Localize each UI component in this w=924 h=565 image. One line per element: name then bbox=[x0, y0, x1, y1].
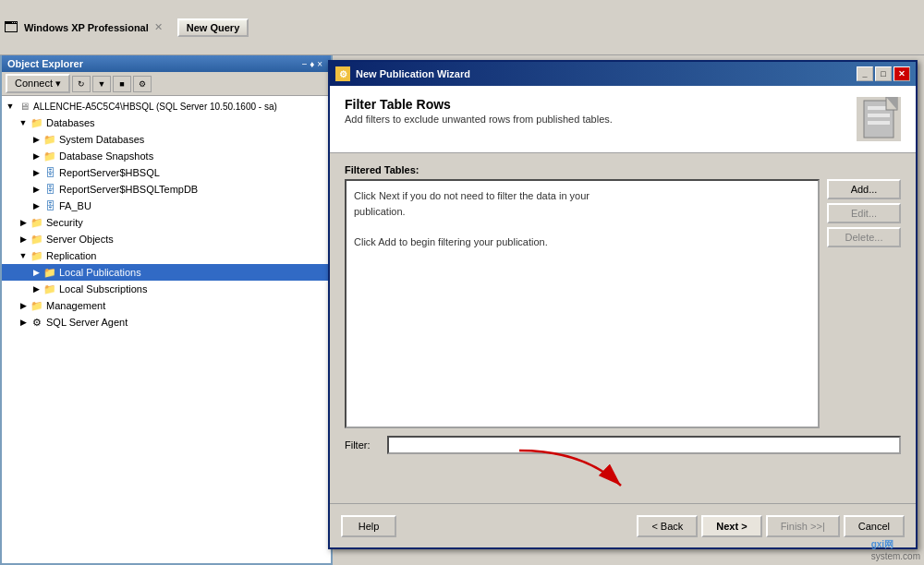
database-icon: 🗄 bbox=[43, 182, 57, 197]
object-explorer-title: Object Explorer bbox=[7, 58, 83, 69]
refresh-button[interactable]: ↻ bbox=[72, 76, 91, 92]
tree-security[interactable]: ▶ 📁 Security bbox=[2, 214, 331, 231]
svg-rect-3 bbox=[868, 121, 890, 125]
pin-button[interactable]: − ♦ × bbox=[299, 59, 325, 69]
local-publications-label: Local Publications bbox=[59, 267, 141, 278]
wizard-footer: Help < Back Next > Finish >>| Cancel bbox=[330, 503, 916, 547]
expander-icon: ▼ bbox=[4, 100, 17, 113]
wizard-step-icon bbox=[857, 97, 901, 141]
expander-icon: ▶ bbox=[30, 282, 43, 295]
stop-button[interactable]: ■ bbox=[113, 76, 131, 92]
expander-icon: ▶ bbox=[17, 316, 30, 329]
wizard-main-area: Click Next if you do not need to filter … bbox=[345, 179, 901, 428]
wizard-dialog: ⚙ New Publication Wizard _ □ ✕ Filter Ta… bbox=[328, 60, 918, 549]
add-button[interactable]: Add... bbox=[827, 179, 901, 199]
edit-button[interactable]: Edit... bbox=[827, 203, 901, 223]
expander-icon: ▼ bbox=[17, 249, 30, 262]
delete-button[interactable]: Delete... bbox=[827, 227, 901, 247]
filtered-tables-listbox[interactable]: Click Next if you do not need to filter … bbox=[345, 179, 820, 428]
wizard-body: Filtered Tables: Click Next if you do no… bbox=[330, 153, 916, 465]
tree-database-snapshots[interactable]: ▶ 📁 Database Snapshots bbox=[2, 148, 331, 164]
reportserver-tempdb-label: ReportServer$HBSQLTempDB bbox=[59, 184, 198, 195]
database-icon: 🗄 bbox=[43, 198, 57, 213]
connect-button[interactable]: Connect ▾ bbox=[6, 74, 70, 93]
folder-icon: 📁 bbox=[43, 149, 57, 163]
expander-icon: ▶ bbox=[30, 150, 43, 162]
tree-reportserver-tempdb[interactable]: ▶ 🗄 ReportServer$HBSQLTempDB bbox=[2, 181, 331, 198]
server-icon: 🖥 bbox=[17, 99, 31, 114]
arrow-indicator bbox=[510, 441, 639, 494]
wizard-title-buttons: _ □ ✕ bbox=[857, 66, 910, 81]
app-title: Windows XP Professional bbox=[24, 22, 149, 33]
security-label: Security bbox=[46, 217, 83, 228]
body-line1: Click Next if you do not need to filter … bbox=[354, 188, 810, 204]
filter-button[interactable]: ▼ bbox=[92, 76, 111, 92]
folder-icon: 📁 bbox=[30, 115, 44, 130]
server-objects-label: Server Objects bbox=[46, 234, 114, 245]
minimize-button[interactable]: _ bbox=[857, 66, 873, 81]
expander-icon: ▶ bbox=[17, 233, 30, 246]
wizard-title-label: New Publication Wizard bbox=[356, 68, 470, 79]
replication-label: Replication bbox=[46, 250, 96, 261]
folder-icon: 📁 bbox=[43, 265, 57, 280]
system-databases-label: System Databases bbox=[59, 134, 144, 145]
folder-icon: 📁 bbox=[30, 248, 44, 263]
titlebar-controls: − ♦ × bbox=[299, 59, 325, 69]
sql-server-agent-label: SQL Server Agent bbox=[46, 317, 128, 328]
object-explorer-panel: Object Explorer − ♦ × Connect ▾ ↻ ▼ ■ ⚙ … bbox=[0, 55, 333, 565]
expander-icon: ▶ bbox=[30, 166, 43, 179]
tree-local-publications[interactable]: ▶ 📁 Local Publications bbox=[2, 264, 331, 281]
tree-fa-bu[interactable]: ▶ 🗄 FA_BU bbox=[2, 198, 331, 214]
watermark-line2: system.com bbox=[871, 551, 920, 561]
expander-icon: ▶ bbox=[30, 133, 43, 146]
expander-icon: ▶ bbox=[17, 299, 30, 312]
cancel-button[interactable]: Cancel bbox=[844, 515, 905, 537]
next-button[interactable]: Next > bbox=[701, 515, 761, 537]
props-button[interactable]: ⚙ bbox=[133, 76, 152, 92]
tree-server-objects[interactable]: ▶ 📁 Server Objects bbox=[2, 231, 331, 247]
expander-icon: ▶ bbox=[30, 266, 43, 279]
folder-icon: 📁 bbox=[30, 298, 44, 313]
filtered-tables-label: Filtered Tables: bbox=[345, 164, 901, 175]
tree-management[interactable]: ▶ 📁 Management bbox=[2, 297, 331, 314]
server-label: ALLENCHE-A5C5C4\HBSQL (SQL Server 10.50.… bbox=[33, 102, 277, 112]
fa-bu-label: FA_BU bbox=[59, 200, 91, 211]
management-label: Management bbox=[46, 300, 105, 311]
wizard-titlebar: ⚙ New Publication Wizard _ □ ✕ bbox=[330, 62, 916, 86]
wizard-header: Filter Table Rows Add filters to exclude… bbox=[330, 86, 916, 153]
step-title: Filter Table Rows bbox=[345, 97, 613, 112]
tree-system-databases[interactable]: ▶ 📁 System Databases bbox=[2, 131, 331, 148]
database-snapshots-label: Database Snapshots bbox=[59, 150, 153, 162]
wizard-header-text: Filter Table Rows Add filters to exclude… bbox=[345, 97, 613, 125]
tree-databases[interactable]: ▼ 📁 Databases bbox=[2, 114, 331, 131]
tree-replication[interactable]: ▼ 📁 Replication bbox=[2, 247, 331, 264]
expander-icon: ▼ bbox=[17, 116, 30, 129]
folder-icon: 📁 bbox=[30, 232, 44, 246]
connect-label: Connect ▾ bbox=[15, 78, 61, 90]
tree-local-subscriptions[interactable]: ▶ 📁 Local Subscriptions bbox=[2, 281, 331, 297]
filter-input[interactable] bbox=[387, 436, 901, 454]
back-button[interactable]: < Back bbox=[637, 515, 698, 537]
finish-button[interactable]: Finish >>| bbox=[766, 515, 840, 537]
wizard-icon: ⚙ bbox=[335, 66, 350, 81]
tree-server-node[interactable]: ▼ 🖥 ALLENCHE-A5C5C4\HBSQL (SQL Server 10… bbox=[2, 98, 331, 114]
tree-view: ▼ 🖥 ALLENCHE-A5C5C4\HBSQL (SQL Server 10… bbox=[2, 96, 331, 556]
tree-sql-server-agent[interactable]: ▶ ⚙ SQL Server Agent bbox=[2, 314, 331, 331]
body-line3: Click Add to begin filtering your public… bbox=[354, 234, 810, 250]
watermark-line1: gxi网 bbox=[871, 538, 920, 551]
new-query-button[interactable]: New Query bbox=[177, 18, 249, 37]
expander-icon: ▶ bbox=[30, 183, 43, 196]
reportserver-label: ReportServer$HBSQL bbox=[59, 167, 160, 178]
maximize-button[interactable]: □ bbox=[875, 66, 892, 81]
agent-icon: ⚙ bbox=[30, 315, 44, 330]
local-subscriptions-label: Local Subscriptions bbox=[59, 283, 147, 295]
folder-icon: 📁 bbox=[43, 282, 57, 296]
object-explorer-titlebar: Object Explorer − ♦ × bbox=[2, 55, 331, 72]
close-button[interactable]: ✕ bbox=[894, 66, 910, 81]
help-button[interactable]: Help bbox=[341, 515, 396, 537]
expander-icon: ▶ bbox=[17, 216, 30, 229]
object-explorer-toolbar: Connect ▾ ↻ ▼ ■ ⚙ bbox=[2, 72, 331, 96]
wizard-title: ⚙ New Publication Wizard bbox=[335, 66, 470, 81]
tree-reportserver-hbsql[interactable]: ▶ 🗄 ReportServer$HBSQL bbox=[2, 164, 331, 181]
folder-icon: 📁 bbox=[43, 132, 57, 147]
